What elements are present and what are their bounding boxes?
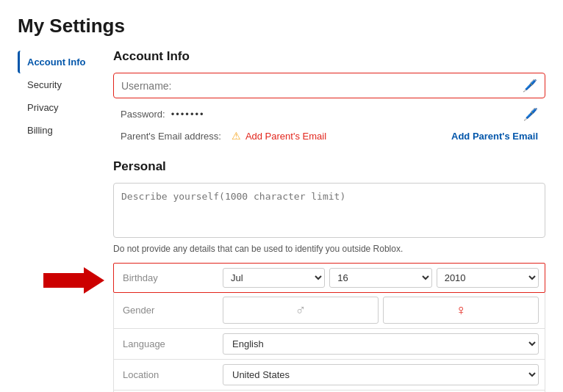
sidebar-item-billing[interactable]: Billing <box>18 119 106 142</box>
language-row: Language English Spanish French Portugue… <box>114 329 545 360</box>
parent-email-row: Parent's Email address: ⚠ Add Parent's E… <box>113 127 545 145</box>
sidebar-item-account-info[interactable]: Account Info <box>18 51 106 73</box>
add-parent-email-red-link[interactable]: Add Parent's Email <box>245 131 326 142</box>
password-value: ••••••• <box>171 109 523 120</box>
personal-section: Personal Do not provide any details that… <box>113 159 545 392</box>
account-info-section: Account Info 🖊️ Password: ••••••• 🖊️ Par… <box>113 49 545 145</box>
birthday-controls: JanFebMarApr MayJunJulAug SepOctNovDec 1… <box>217 264 545 292</box>
birthday-row: Birthday JanFebMarApr MayJunJulAug SepOc… <box>113 263 545 293</box>
language-select[interactable]: English Spanish French Portuguese <box>223 333 539 355</box>
location-label: Location <box>114 362 217 388</box>
username-input-row: 🖊️ <box>113 73 545 98</box>
main-content: Account Info 🖊️ Password: ••••••• 🖊️ Par… <box>106 49 545 392</box>
bio-wrapper <box>113 183 545 238</box>
gender-row: Gender ♂ ♀ <box>114 292 545 329</box>
arrow-body <box>43 273 84 288</box>
password-row: Password: ••••••• 🖊️ <box>113 104 545 124</box>
location-select[interactable]: United States Canada United Kingdom Aust… <box>223 364 539 385</box>
sidebar-item-privacy[interactable]: Privacy <box>18 96 106 119</box>
username-edit-icon[interactable]: 🖊️ <box>523 79 537 92</box>
gender-controls: ♂ ♀ <box>217 292 545 328</box>
privacy-note: Do not provide any details that can be u… <box>113 244 545 254</box>
gender-label: Gender <box>114 297 217 323</box>
bio-textarea[interactable] <box>121 191 537 228</box>
birthday-label: Birthday <box>114 265 217 291</box>
add-parent-email-blue-link[interactable]: Add Parent's Email <box>451 131 538 142</box>
personal-fields-container: Birthday JanFebMarApr MayJunJulAug SepOc… <box>113 263 545 392</box>
birthday-year-select[interactable]: 2000200120022003 2004200520062007 200820… <box>437 268 539 288</box>
birthday-day-select[interactable]: 12345 678910 1112131415 1617181920 21222… <box>329 268 431 288</box>
gender-male-option[interactable]: ♂ <box>223 297 379 324</box>
parent-email-left: Parent's Email address: ⚠ Add Parent's E… <box>121 130 326 142</box>
female-icon: ♀ <box>456 302 467 319</box>
gender-female-option[interactable]: ♀ <box>383 297 539 324</box>
username-input[interactable] <box>121 80 523 92</box>
language-label: Language <box>114 331 217 357</box>
password-edit-icon[interactable]: 🖊️ <box>523 107 538 121</box>
warning-icon: ⚠ <box>232 130 241 142</box>
birthday-month-select[interactable]: JanFebMarApr MayJunJulAug SepOctNovDec <box>223 268 325 288</box>
page-title: My Settings <box>18 15 545 37</box>
location-row: Location United States Canada United Kin… <box>114 360 545 391</box>
parent-email-label: Parent's Email address: <box>121 131 221 142</box>
personal-title: Personal <box>113 159 545 174</box>
account-info-title: Account Info <box>113 49 545 64</box>
sidebar-item-security[interactable]: Security <box>18 73 106 96</box>
arrow-container <box>43 267 104 294</box>
password-label: Password: <box>121 109 165 120</box>
arrow-head <box>84 267 104 294</box>
male-icon: ♂ <box>295 302 306 319</box>
sidebar: Account Info Security Privacy Billing <box>18 49 106 392</box>
language-control: English Spanish French Portuguese <box>217 329 545 359</box>
location-control: United States Canada United Kingdom Aust… <box>217 360 545 390</box>
